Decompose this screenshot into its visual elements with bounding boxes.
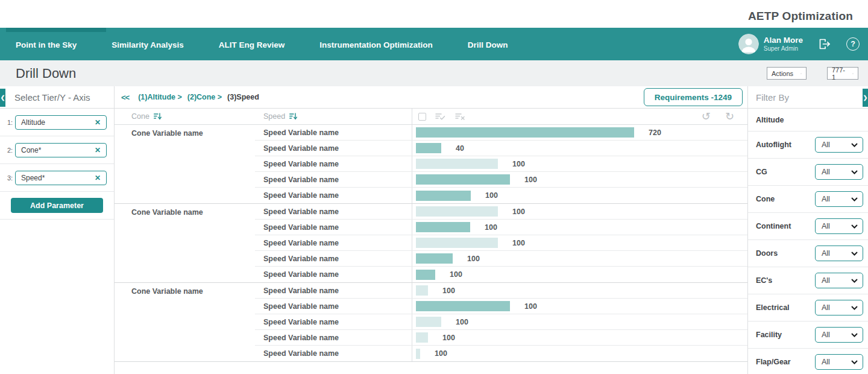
breadcrumb-back-icon[interactable]: << (121, 93, 129, 102)
bar-value: 100 (450, 270, 462, 279)
page-title-bar: Drill Down Actions 777-1 (0, 60, 868, 86)
table-row[interactable]: Speed Variable name 100 (255, 235, 747, 251)
nav-item-drill-down[interactable]: Drill Down (468, 40, 508, 49)
cone-group: Cone Variable name Speed Variable name 1… (115, 204, 747, 283)
filter-label: CG (756, 168, 767, 176)
requirements-button[interactable]: Requirements -1249 (644, 88, 743, 106)
bar-cell: 100 (412, 283, 747, 298)
chevron-down-icon (851, 333, 858, 337)
nav-item-alit-eng-review[interactable]: ALIT Eng Review (219, 40, 285, 49)
sort-icon[interactable] (289, 113, 297, 120)
speed-variable-label: Speed Variable name (255, 299, 412, 314)
column-header-cone: Cone (115, 109, 255, 124)
parameter-input-cone[interactable]: Cone* ✕ (15, 143, 107, 157)
table-row[interactable]: Speed Variable name 100 (255, 204, 747, 220)
actions-dropdown[interactable]: Actions (767, 67, 807, 80)
bar-cell: 100 (412, 330, 747, 345)
table-row[interactable]: Speed Variable name 100 (255, 314, 747, 330)
parameter-row-3: 3: Speed* ✕ (0, 164, 114, 192)
aircraft-dropdown[interactable]: 777-1 (827, 67, 858, 80)
parameter-value: Altitude (21, 118, 45, 127)
parameter-row-2: 2: Cone* ✕ (0, 136, 114, 164)
redo-icon[interactable]: ↻ (725, 111, 734, 122)
doors-filter-dropdown[interactable]: All (815, 246, 863, 261)
value-bar (416, 349, 420, 359)
table-row[interactable]: Speed Variable name 100 (255, 251, 747, 267)
expand-right-panel-icon[interactable]: ❯ (863, 89, 868, 107)
collapse-left-panel-icon[interactable]: ❮ (0, 89, 5, 107)
chevron-down-icon (851, 143, 858, 147)
help-icon[interactable]: ? (846, 37, 860, 51)
table-row[interactable]: Speed Variable name 100 (255, 220, 747, 235)
flap-gear-filter-dropdown[interactable]: All (815, 354, 863, 370)
undo-icon[interactable]: ↺ (702, 111, 711, 122)
parameter-value: Cone* (21, 146, 41, 154)
bar-cell: 100 (412, 346, 747, 361)
select-checked-icon[interactable] (435, 113, 446, 121)
filter-dropdown-value: All (822, 168, 830, 176)
nav-item-point-in-the-sky[interactable]: Point in the Sky (16, 40, 77, 49)
chevron-down-icon (851, 197, 858, 201)
parameter-input-altitude[interactable]: Altitude ✕ (15, 115, 107, 130)
electrical-filter-dropdown[interactable]: All (815, 300, 863, 315)
bar-cell: 720 (412, 125, 747, 140)
sort-icon[interactable] (154, 113, 162, 120)
facility-filter-dropdown[interactable]: All (815, 327, 863, 343)
title-controls: Actions 777-1 (767, 67, 868, 80)
user-avatar-icon[interactable] (738, 34, 759, 54)
table-row[interactable]: Speed Variable name 100 (255, 330, 747, 346)
clear-selection-icon[interactable] (455, 113, 466, 121)
bar-value: 100 (524, 302, 537, 311)
bar-value: 100 (442, 334, 455, 342)
select-all-checkbox[interactable] (418, 113, 426, 121)
autoflight-filter-dropdown[interactable]: All (815, 137, 863, 153)
filter-dropdown-value: All (822, 303, 830, 312)
chevron-down-icon (851, 252, 858, 256)
bar-value: 100 (512, 208, 525, 216)
cone-filter-dropdown[interactable]: All (815, 191, 863, 207)
nav-item-instrumentation-optimization[interactable]: Instrumentation Optimization (319, 40, 433, 49)
breadcrumb-altitude[interactable]: (1)Altitude > (138, 93, 182, 101)
add-parameter-button[interactable]: Add Parameter (11, 198, 103, 213)
remove-parameter-icon[interactable]: ✕ (95, 118, 101, 127)
logout-icon[interactable] (817, 37, 832, 51)
filter-row-ecs: EC's All (748, 267, 868, 294)
filter-row-continent: Continent All (748, 213, 868, 240)
table-row[interactable]: Speed Variable name 100 (255, 188, 747, 203)
bar-cell: 100 (412, 235, 747, 250)
filter-label: Cone (756, 195, 775, 203)
table-row[interactable]: Speed Variable name 100 (255, 267, 747, 282)
table-row[interactable]: Speed Variable name 100 (255, 283, 747, 299)
cg-filter-dropdown[interactable]: All (815, 164, 863, 180)
table-row[interactable]: Speed Variable name 100 (255, 299, 747, 314)
value-bar (416, 270, 435, 280)
filter-panel-title: Filter By (748, 92, 789, 103)
value-bar (416, 285, 428, 296)
value-bar (416, 174, 510, 185)
table-row[interactable]: Speed Variable name 720 (255, 125, 747, 141)
remove-parameter-icon[interactable]: ✕ (95, 146, 101, 154)
table-row[interactable]: Speed Variable name 40 (255, 141, 747, 156)
value-bar (416, 222, 470, 232)
value-bar (416, 317, 441, 327)
active-tab-marker (6, 0, 106, 28)
nav-items: Point in the Sky Similarity Analysis ALI… (0, 39, 508, 49)
active-tab-underline (6, 28, 106, 32)
table-row[interactable]: Speed Variable name 100 (255, 172, 747, 188)
parameter-input-speed[interactable]: Speed* ✕ (15, 171, 107, 185)
value-bar (416, 301, 510, 311)
filter-row-cone: Cone All (748, 186, 868, 213)
nav-item-similarity-analysis[interactable]: Similarity Analysis (112, 40, 184, 49)
filter-label: Autoflight (756, 141, 791, 149)
remove-parameter-icon[interactable]: ✕ (95, 174, 101, 182)
ecs-filter-dropdown[interactable]: All (815, 273, 863, 288)
breadcrumb-cone[interactable]: (2)Cone > (187, 93, 222, 101)
bar-value: 100 (467, 255, 480, 263)
cone-variable-label: Cone Variable name (115, 125, 255, 203)
chevron-down-icon (851, 306, 858, 310)
bar-cell: 100 (412, 299, 747, 314)
table-row[interactable]: Speed Variable name 100 (255, 346, 747, 361)
continent-filter-dropdown[interactable]: All (815, 218, 863, 234)
page-title: Drill Down (0, 66, 76, 81)
table-row[interactable]: Speed Variable name 100 (255, 156, 747, 172)
